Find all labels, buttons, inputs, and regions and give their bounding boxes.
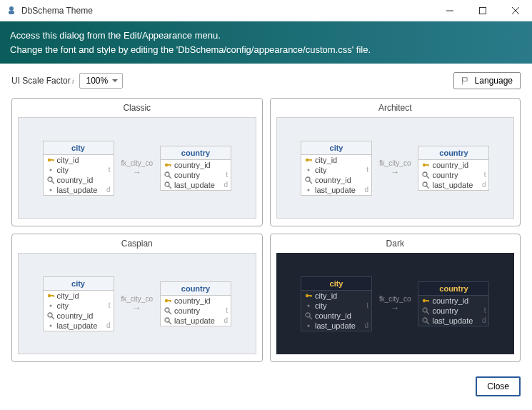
entity-header: city bbox=[44, 141, 114, 155]
column-type: t bbox=[109, 301, 111, 309]
theme-preview: citycity_idcitytcountry_idlast_updatedfk… bbox=[276, 253, 515, 354]
info-banner: Access this dialog from the Edit/Appeara… bbox=[0, 21, 532, 64]
column-type: d bbox=[224, 316, 228, 324]
column-type: d bbox=[224, 181, 228, 189]
svg-point-54 bbox=[308, 324, 310, 326]
close-dialog-button[interactable]: Close bbox=[476, 376, 521, 396]
key-icon bbox=[304, 156, 313, 164]
svg-point-0 bbox=[9, 6, 14, 11]
entity-city: citycity_idcitytcountry_idlast_updated bbox=[43, 276, 114, 331]
star-icon bbox=[46, 301, 55, 310]
magnifier-icon bbox=[46, 176, 55, 184]
column-name: last_update bbox=[174, 316, 222, 325]
svg-line-61 bbox=[427, 321, 430, 324]
entity-country: countrycountry_idcountrytlast_updated bbox=[418, 146, 489, 191]
column-name: city_id bbox=[57, 291, 109, 300]
svg-rect-1 bbox=[9, 11, 14, 14]
scale-label: UI Scale Factor bbox=[11, 76, 71, 86]
svg-line-25 bbox=[310, 181, 313, 184]
entity-header: city bbox=[44, 277, 114, 291]
column-name: country_id bbox=[315, 176, 367, 184]
info-icon: i bbox=[72, 77, 74, 85]
svg-rect-43 bbox=[170, 300, 171, 302]
column-row: country_id bbox=[44, 311, 114, 321]
svg-point-18 bbox=[165, 182, 169, 186]
magnifier-icon bbox=[164, 306, 172, 315]
svg-rect-3 bbox=[480, 7, 486, 14]
close-button[interactable] bbox=[499, 0, 532, 21]
column-name: country_id bbox=[57, 176, 109, 184]
column-row: country_id bbox=[161, 160, 231, 170]
column-type: d bbox=[364, 186, 368, 194]
banner-line-2: Change the font and style by editing the… bbox=[10, 43, 522, 57]
entity-country: countrycountry_idcountrytlast_updated bbox=[160, 281, 231, 326]
entity-header: city bbox=[301, 277, 371, 291]
theme-title: Caspian bbox=[18, 239, 256, 249]
svg-point-51 bbox=[308, 304, 310, 306]
column-name: city bbox=[315, 301, 365, 310]
column-row: last_updated bbox=[301, 185, 371, 195]
column-name: last_update bbox=[315, 186, 363, 194]
column-name: country_id bbox=[174, 161, 226, 169]
column-row: city_id bbox=[44, 291, 114, 301]
column-name: country bbox=[432, 306, 482, 315]
column-name: city bbox=[57, 166, 107, 174]
column-row: city_id bbox=[301, 155, 371, 165]
column-name: city bbox=[57, 301, 107, 310]
column-row: countryt bbox=[418, 170, 488, 180]
svg-point-44 bbox=[165, 308, 169, 312]
svg-rect-29 bbox=[428, 164, 428, 166]
magnifier-icon bbox=[304, 311, 313, 320]
theme-caspian[interactable]: Caspian citycity_idcitytcountry_idlast_u… bbox=[11, 234, 263, 362]
column-name: last_update bbox=[315, 321, 363, 330]
scale-select[interactable]: 100% bbox=[79, 73, 123, 89]
column-row: country_id bbox=[301, 311, 371, 321]
column-type: d bbox=[364, 321, 368, 329]
star-icon bbox=[46, 186, 55, 194]
column-row: countryt bbox=[418, 306, 488, 316]
svg-rect-57 bbox=[428, 300, 428, 302]
fk-label: fk_city_co bbox=[121, 159, 153, 167]
svg-rect-22 bbox=[311, 159, 311, 161]
entity-header: city bbox=[301, 141, 371, 155]
column-row: countryt bbox=[161, 170, 231, 180]
fk-arrow-icon: → bbox=[391, 167, 399, 177]
maximize-button[interactable] bbox=[466, 0, 499, 21]
column-row: cityt bbox=[301, 301, 371, 311]
column-row: cityt bbox=[44, 165, 114, 175]
svg-line-11 bbox=[51, 181, 54, 184]
footer: Close bbox=[0, 371, 532, 405]
svg-point-52 bbox=[306, 313, 310, 317]
theme-classic[interactable]: Classic citycity_idcitytcountry_idlast_u… bbox=[11, 98, 263, 226]
key-icon bbox=[421, 161, 430, 169]
magnifier-icon bbox=[164, 171, 172, 179]
column-name: country_id bbox=[432, 161, 484, 169]
window-controls bbox=[433, 0, 532, 21]
svg-line-19 bbox=[169, 186, 171, 189]
theme-architect[interactable]: Architect citycity_idcitytcountry_idlast… bbox=[270, 98, 521, 226]
column-row: city_id bbox=[44, 155, 114, 165]
svg-line-33 bbox=[427, 186, 430, 189]
column-row: last_updated bbox=[418, 180, 488, 190]
theme-title: Classic bbox=[18, 103, 256, 113]
column-type: d bbox=[106, 321, 111, 329]
entity-country: countrycountry_idcountrytlast_updated bbox=[160, 146, 231, 191]
column-name: country_id bbox=[57, 311, 109, 320]
minimize-button[interactable] bbox=[433, 0, 466, 21]
fk-arrow-icon: → bbox=[391, 303, 399, 313]
app-icon bbox=[6, 5, 17, 16]
column-name: last_update bbox=[57, 321, 105, 330]
column-row: country_id bbox=[301, 175, 371, 185]
column-type: t bbox=[226, 171, 228, 179]
star-icon bbox=[304, 186, 313, 194]
theme-dark[interactable]: Dark citycity_idcitytcountry_idlast_upda… bbox=[270, 234, 521, 362]
svg-rect-15 bbox=[170, 164, 171, 166]
svg-point-12 bbox=[49, 189, 51, 191]
entity-city: citycity_idcitytcountry_idlast_updated bbox=[43, 141, 114, 196]
theme-grid: Classic citycity_idcitytcountry_idlast_u… bbox=[0, 95, 532, 371]
column-name: country_id bbox=[315, 311, 367, 320]
column-type: d bbox=[482, 181, 486, 189]
column-type: d bbox=[482, 316, 486, 324]
language-button[interactable]: Language bbox=[453, 72, 521, 89]
column-name: country bbox=[432, 171, 482, 179]
